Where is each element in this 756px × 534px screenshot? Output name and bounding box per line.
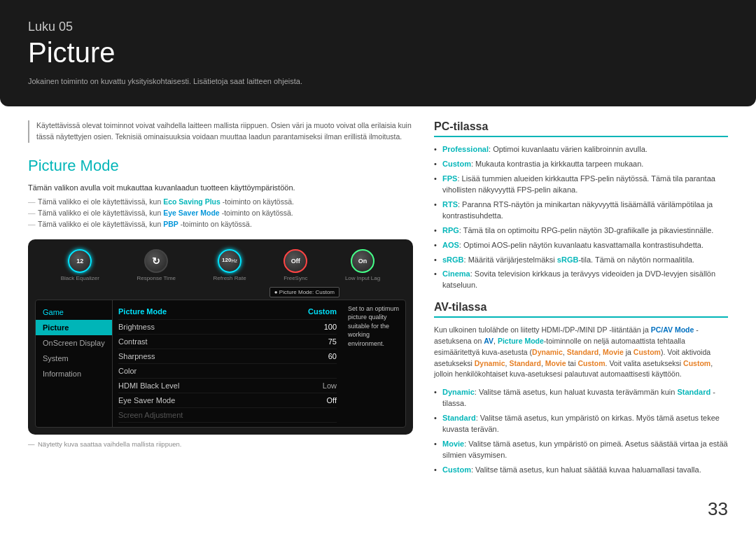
knob-circle-rr: 120Hz [218,249,241,273]
knobs-row: 12 Black Equalizer ↻ Response Time 120Hz… [35,249,406,281]
osd-label-hdmi-black: HDMI Black Level [118,381,179,390]
osd-label-contrast: Contrast [118,337,148,346]
osd-settings: Picture Mode Custom Brightness 100 Contr… [113,300,342,427]
list-item-standard: Standard: Valitse tämä asetus, kun ympär… [434,413,728,435]
knob-refresh-rate: 120Hz Refresh Rate [214,249,246,281]
page-header: Luku 05 Picture Jokainen toiminto on kuv… [0,0,756,106]
osd-row-color: Color [118,364,337,379]
osd-label-picture-mode: Picture Mode [118,307,167,316]
pc-tilassa-heading: PC-tilassa [434,120,728,137]
list-item-custom-av: Custom: Valitse tämä asetus, kun haluat … [434,465,728,476]
osd-label-sharpness: Sharpness [118,352,155,360]
osd-label-color: Color [118,367,136,375]
section-title-picture-mode: Picture Mode [28,157,413,175]
knob-response-time: ↻ Response Time [136,249,176,281]
osd-tip-text: Set to an optimum picture quality suitab… [348,304,400,349]
knob-circle-fs: Off [284,249,307,273]
osd-nav-system[interactable]: System [36,351,112,366]
page-title: Picture [28,37,728,69]
note-eye-saver: Tämä valikko ei ole käytettävissä, kun E… [28,209,413,217]
osd-row-picture-mode: Picture Mode Custom [118,304,337,320]
picture-mode-desc: Tämän valikon avulla voit mukauttaa kuva… [28,183,413,192]
list-item-dynamic: Dynamic: Valitse tämä asetus, kun haluat… [434,387,728,409]
note-pbp: Tämä valikko ei ole käytettävissä, kun P… [28,220,413,228]
note-eco-saving: Tämä valikko ei ole käytettävissä, kun E… [28,197,413,206]
knob-label-fs: FreeSync [284,275,307,281]
osd-nav: Game Picture OnScreen Display System Inf… [36,300,113,427]
av-tilassa-heading: AV-tilassa [434,301,728,318]
osd-label-eye-saver: Eye Saver Mode [118,396,175,405]
knob-circle-be: 12 [68,249,92,273]
right-column: PC-tilassa Professional: Optimoi kuvanla… [434,120,728,486]
osd-nav-game[interactable]: Game [36,304,112,320]
av-tilassa-intro: Kun ulkoinen tulolähde on liitetty HDMI-… [434,325,728,380]
knob-circle-li: On [351,249,374,273]
chapter-label: Luku 05 [28,20,728,34]
list-item-movie: Movie: Valitse tämä asetus, kun ympärist… [434,439,728,461]
list-item-cinema: Cinema: Sovita television kirkkaus ja te… [434,269,728,291]
osd-row-screen-adj: Screen Adjustment [118,408,337,423]
osd-menu: Game Picture OnScreen Display System Inf… [35,300,406,428]
osd-row-contrast: Contrast 75 [118,335,337,349]
list-item-professional: Professional: Optimoi kuvanlaatu värien … [434,144,728,155]
knob-label-rt: Response Time [136,275,176,281]
osd-val-picture-mode: Custom [308,307,337,316]
av-tilassa-list: Dynamic: Valitse tämä asetus, kun haluat… [434,387,728,476]
osd-val-eye-saver: Off [327,396,337,405]
knob-low-input: On Low Input Lag [345,249,380,281]
left-column: Käytettävissä olevat toiminnot voivat va… [28,120,413,486]
knob-freesync: Off FreeSync [284,249,307,281]
osd-val-sharpness: 60 [328,352,337,360]
osd-nav-onscreen[interactable]: OnScreen Display [36,335,112,351]
monitor-mockup: 12 Black Equalizer ↻ Response Time 120Hz… [28,239,413,435]
main-content: Käytettävissä olevat toiminnot voivat va… [0,106,756,493]
osd-row-eye-saver: Eye Saver Mode Off [118,393,337,408]
page-number: 33 [708,498,728,520]
knob-label-rr: Refresh Rate [214,275,246,281]
osd-row-sharpness: Sharpness 60 [118,349,337,364]
osd-label-screen-adj: Screen Adjustment [118,411,183,419]
knob-circle-rt: ↻ [144,249,168,273]
list-item-rts: RTS: Paranna RTS-näytön ja minikartan nä… [434,199,728,222]
osd-label-brightness: Brightness [118,323,155,331]
list-item-fps: FPS: Lisää tummien alueiden kirkkautta F… [434,174,728,196]
pc-tilassa-list: Professional: Optimoi kuvanlaatu värien … [434,144,728,291]
knob-black-equalizer: 12 Black Equalizer [61,249,99,281]
list-item-aos: AOS: Optimoi AOS-pelin näytön kuvanlaatu… [434,240,728,251]
list-item-srgb: sRGB: Määritä värijärjestelmäksi sRGB-ti… [434,255,728,266]
osd-val-brightness: 100 [324,323,337,331]
osd-val-hdmi-black: Low [323,381,337,390]
knob-label-be: Black Equalizer [61,275,99,281]
osd-tip: Set to an optimum picture quality suitab… [342,300,405,427]
pm-badge: ● Picture Mode: Custom [270,287,340,297]
list-item-rpg: RPG: Tämä tila on optimoitu RPG-pelin nä… [434,225,728,237]
footnote-text: Näytetty kuva saattaa vaihdella mallista… [28,440,413,448]
osd-nav-information[interactable]: Information [36,366,112,381]
list-item-custom: Custom: Mukauta kontrastia ja kirkkautta… [434,159,728,170]
osd-row-brightness: Brightness 100 [118,320,337,335]
knob-label-li: Low Input Lag [345,275,380,281]
osd-nav-picture[interactable]: Picture [36,320,112,335]
page-subtitle: Jokainen toiminto on kuvattu yksityiskoh… [28,77,728,85]
osd-row-hdmi-black: HDMI Black Level Low [118,379,337,393]
osd-val-contrast: 75 [328,337,337,346]
disclaimer-text: Käytettävissä olevat toiminnot voivat va… [28,120,413,143]
